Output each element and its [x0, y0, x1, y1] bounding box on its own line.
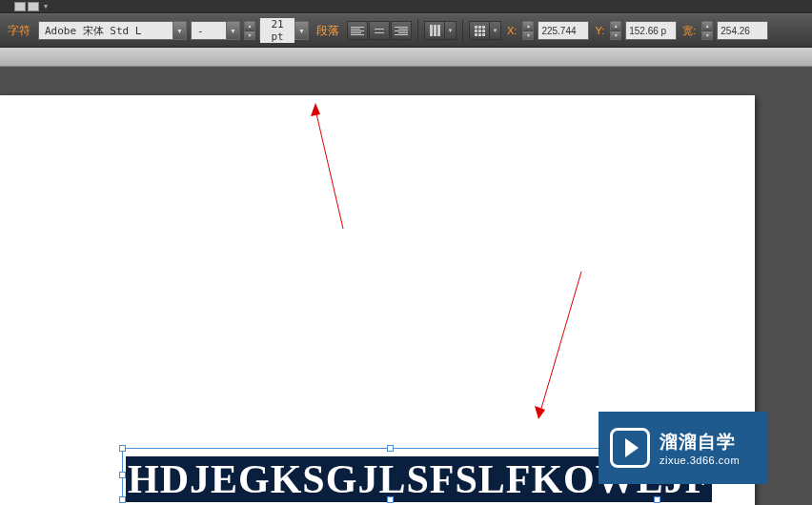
x-coord-label: X: — [505, 25, 518, 36]
y-coord-label: Y: — [593, 25, 606, 36]
spinner-down-icon[interactable]: ▼ — [702, 31, 712, 40]
spinner-down-icon[interactable]: ▼ — [523, 31, 533, 40]
spinner-up-icon[interactable]: ▲ — [702, 22, 712, 31]
x-spinner[interactable]: ▲ ▼ — [522, 21, 534, 40]
font-size-spinner[interactable]: ▲ ▼ — [244, 21, 255, 40]
watermark-url: zixue.3d66.com — [660, 454, 740, 466]
ruler-bar — [0, 48, 812, 67]
text-frame[interactable]: HDJEGKSGJLSFSLFKOWEJF — [122, 448, 658, 500]
control-toolbar: 字符 Adobe 宋体 Std L ▼ - ▼ ▲ ▼ 21 pt ▼ 段落 — [0, 13, 812, 48]
x-coord-input[interactable] — [538, 21, 589, 40]
font-family-combo[interactable]: Adobe 宋体 Std L ▼ — [38, 21, 187, 40]
svg-line-0 — [315, 110, 343, 229]
character-label[interactable]: 字符 — [4, 23, 34, 39]
divider — [462, 19, 463, 42]
dropdown-arrow-icon[interactable]: ▼ — [294, 22, 308, 39]
spinner-up-icon[interactable]: ▲ — [245, 22, 254, 31]
dropdown-arrow-icon[interactable]: ▼ — [173, 22, 186, 39]
resize-handle-w[interactable] — [119, 472, 126, 478]
grid-options-button[interactable]: ▼ — [469, 21, 501, 40]
width-input[interactable] — [717, 21, 768, 40]
font-family-value[interactable]: Adobe 宋体 Std L — [39, 24, 173, 38]
view-mode-icon[interactable] — [14, 2, 26, 11]
play-logo-icon — [610, 428, 650, 468]
svg-marker-3 — [535, 406, 545, 419]
spinner-down-icon[interactable]: ▼ — [245, 31, 254, 40]
alignment-group — [347, 21, 412, 40]
watermark-title: 溜溜自学 — [660, 430, 740, 454]
spinner-up-icon[interactable]: ▲ — [523, 22, 533, 31]
width-spinner[interactable]: ▲ ▼ — [701, 21, 713, 40]
top-menu-strip: ▼ — [0, 0, 812, 13]
canvas-area[interactable]: HDJEGKSGJLSFSLFKOWEJF 溜溜自学 zixue.3d66.co… — [0, 67, 812, 505]
font-style-value[interactable]: - — [192, 25, 226, 37]
spinner-up-icon[interactable]: ▲ — [611, 22, 620, 31]
grid-icon[interactable] — [469, 21, 490, 40]
align-right-button[interactable] — [391, 21, 412, 40]
resize-handle-nw[interactable] — [119, 445, 126, 452]
align-left-button[interactable] — [347, 21, 368, 40]
spinner-down-icon[interactable]: ▼ — [611, 31, 620, 40]
svg-line-2 — [540, 272, 581, 412]
columns-button-group[interactable]: ▼ — [424, 21, 457, 40]
align-center-button[interactable] — [369, 21, 390, 40]
annotation-arrow-1 — [305, 95, 362, 305]
resize-handle-sw[interactable] — [119, 496, 126, 503]
annotation-arrow-2 — [529, 267, 596, 429]
dropdown-arrow-icon[interactable]: ▼ — [41, 2, 51, 11]
resize-handle-s[interactable] — [387, 496, 394, 503]
dropdown-arrow-icon[interactable]: ▼ — [226, 22, 239, 39]
resize-handle-n[interactable] — [387, 445, 394, 452]
resize-handle-se[interactable] — [654, 496, 660, 503]
divider — [417, 19, 418, 42]
y-coord-input[interactable] — [625, 21, 677, 40]
dropdown-arrow-icon[interactable]: ▼ — [490, 21, 501, 40]
font-style-combo[interactable]: - ▼ — [191, 21, 240, 40]
y-spinner[interactable]: ▲ ▼ — [610, 21, 621, 40]
paragraph-label[interactable]: 段落 — [313, 23, 343, 39]
view-mode-icon-2[interactable] — [28, 2, 39, 11]
width-label: 宽: — [680, 24, 698, 38]
font-size-value[interactable]: 21 pt — [260, 18, 294, 43]
dropdown-arrow-icon[interactable]: ▼ — [445, 21, 457, 40]
font-size-combo[interactable]: 21 pt ▼ — [259, 21, 309, 40]
watermark-badge: 溜溜自学 zixue.3d66.com — [599, 412, 768, 484]
svg-marker-1 — [311, 103, 320, 116]
columns-icon[interactable] — [424, 21, 445, 40]
